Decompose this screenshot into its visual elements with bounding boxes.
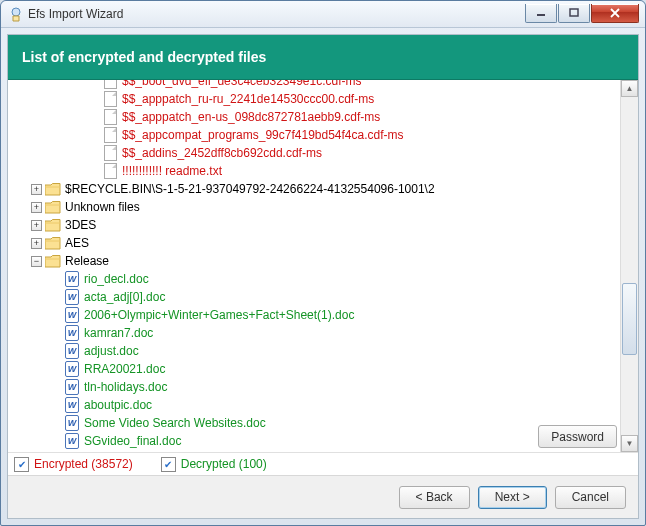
expand-toggle[interactable]: + [31,184,42,195]
word-doc-icon: W [64,325,80,341]
tree-item-label[interactable]: RRA20021.doc [84,360,165,378]
encrypted-label: Encrypted (38572) [34,457,133,471]
password-button[interactable]: Password [538,425,617,448]
scroll-track[interactable] [621,97,638,435]
window-title: Efs Import Wizard [24,7,525,21]
tree-item-label[interactable]: Unknown files [65,198,140,216]
file-icon [102,80,118,89]
tree-item-label[interactable]: $$_apppatch_ru-ru_2241de14530ccc00.cdf-m… [122,90,374,108]
decrypted-checkbox[interactable]: ✔ [161,457,176,472]
tree-item-label[interactable]: $RECYCLE.BIN\S-1-5-21-937049792-24266224… [65,180,435,198]
file-tree[interactable]: $$_boot_dvd_efi_de3c4ceb32349e1c.cdf-ms$… [8,80,620,452]
cancel-button[interactable]: Cancel [555,486,626,509]
word-doc-icon: W [64,361,80,377]
scroll-thumb[interactable] [622,283,637,355]
footer: < Back Next > Cancel [8,475,638,518]
tree-item-label[interactable]: aboutpic.doc [84,396,152,414]
svg-rect-2 [570,9,578,16]
tree-item-label[interactable]: Release [65,252,109,270]
tree-panel: $$_boot_dvd_efi_de3c4ceb32349e1c.cdf-ms$… [8,80,638,452]
word-doc-icon: W [64,397,80,413]
tree-item-label[interactable]: $$_addins_2452dff8cb692cdd.cdf-ms [122,144,322,162]
tree-item-label[interactable]: AES [65,234,89,252]
tree-item-label[interactable]: adjust.doc [84,342,139,360]
folder-icon [45,255,61,268]
svg-point-0 [12,8,20,16]
next-button[interactable]: Next > [478,486,547,509]
wizard-window: Efs Import Wizard List of encrypted and … [0,0,646,526]
scroll-up-button[interactable]: ▲ [621,80,638,97]
titlebar[interactable]: Efs Import Wizard [1,1,645,28]
back-button[interactable]: < Back [399,486,470,509]
decrypted-label: Decrypted (100) [181,457,267,471]
file-icon [102,127,118,143]
encrypted-checkbox[interactable]: ✔ [14,457,29,472]
word-doc-icon: W [64,415,80,431]
expand-toggle[interactable]: + [31,220,42,231]
folder-icon [45,201,61,214]
tree-item-label[interactable]: 2006+Olympic+Winter+Games+Fact+Sheet(1).… [84,306,354,324]
maximize-button[interactable] [558,4,590,23]
tree-item-label[interactable]: tln-holidays.doc [84,378,167,396]
minimize-button[interactable] [525,4,557,23]
tree-item-label[interactable]: 3DES [65,216,96,234]
expand-toggle[interactable]: + [31,238,42,249]
client-area: List of encrypted and decrypted files $$… [7,34,639,519]
expand-toggle[interactable]: + [31,202,42,213]
app-icon [8,6,24,22]
word-doc-icon: W [64,433,80,449]
folder-icon [45,183,61,196]
file-icon [102,163,118,179]
banner-title: List of encrypted and decrypted files [22,49,266,65]
close-button[interactable] [591,4,639,23]
tree-item-label[interactable]: acta_adj[0].doc [84,288,165,306]
scroll-down-button[interactable]: ▼ [621,435,638,452]
tree-item-label[interactable]: kamran7.doc [84,324,153,342]
svg-rect-1 [537,14,545,16]
file-icon [102,145,118,161]
tree-item-label[interactable]: SGvideo_final.doc [84,432,181,450]
banner: List of encrypted and decrypted files [8,35,638,80]
folder-icon [45,219,61,232]
tree-item-label[interactable]: rio_decl.doc [84,270,149,288]
word-doc-icon: W [64,271,80,287]
word-doc-icon: W [64,343,80,359]
vertical-scrollbar[interactable]: ▲ ▼ [620,80,638,452]
file-icon [102,109,118,125]
word-doc-icon: W [64,379,80,395]
tree-item-label[interactable]: Some Video Search Websites.doc [84,414,266,432]
folder-icon [45,237,61,250]
tree-item-label[interactable]: $$_boot_dvd_efi_de3c4ceb32349e1c.cdf-ms [122,80,362,90]
word-doc-icon: W [64,289,80,305]
expand-toggle[interactable]: − [31,256,42,267]
word-doc-icon: W [64,307,80,323]
tree-item-label[interactable]: $$_apppatch_en-us_098dc872781aebb9.cdf-m… [122,108,380,126]
tree-item-label[interactable]: !!!!!!!!!!!! readme.txt [122,162,222,180]
file-icon [102,91,118,107]
status-bar: ✔ Encrypted (38572) ✔ Decrypted (100) [8,452,638,475]
tree-item-label[interactable]: $$_appcompat_programs_99c7f419bd54f4ca.c… [122,126,404,144]
